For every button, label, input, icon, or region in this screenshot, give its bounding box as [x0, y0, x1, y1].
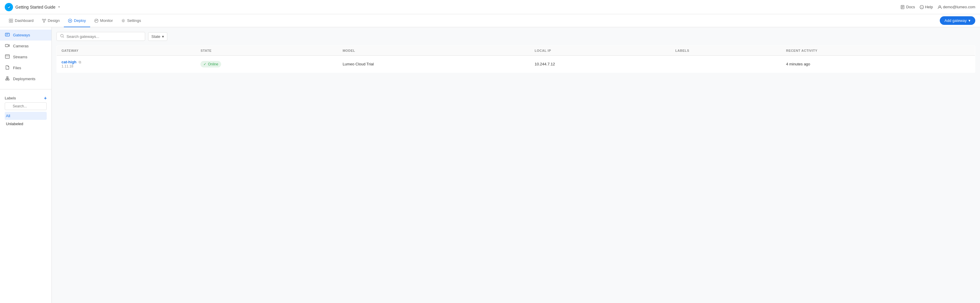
label-unlabeled-text: Unlabeled: [6, 121, 23, 126]
tab-dashboard-label: Dashboard: [15, 18, 34, 23]
tab-deploy[interactable]: Deploy: [64, 14, 90, 27]
app-title: Getting Started Guide: [15, 5, 55, 10]
docs-icon: [901, 5, 905, 9]
svg-rect-8: [9, 19, 11, 21]
col-gateway: GATEWAY: [57, 46, 196, 56]
svg-rect-29: [6, 79, 7, 80]
state-dropdown[interactable]: State ▾: [148, 32, 167, 41]
svg-rect-22: [5, 33, 10, 36]
tab-settings-label: Settings: [127, 18, 141, 23]
navtabs-left: Dashboard Design Deploy: [5, 14, 145, 27]
tab-design[interactable]: Design: [38, 14, 64, 27]
cell-model: Lumeo Cloud Trial: [338, 56, 530, 73]
svg-rect-27: [5, 55, 10, 58]
labels-add-button[interactable]: +: [44, 96, 47, 100]
tab-settings[interactable]: Settings: [117, 14, 145, 27]
dashboard-icon: [9, 19, 13, 23]
cameras-icon: [5, 43, 10, 49]
cell-labels: [670, 56, 781, 73]
svg-point-36: [60, 34, 63, 37]
topbar: Getting Started Guide ▾ Docs ? Help: [0, 0, 980, 14]
labels-search-input[interactable]: [5, 102, 47, 110]
label-item-unlabeled[interactable]: Unlabeled: [5, 120, 47, 128]
sidebar-cameras-label: Cameras: [13, 44, 29, 48]
svg-point-14: [43, 21, 45, 22]
topbar-right: Docs ? Help demo@lumeo.com: [901, 5, 975, 9]
tab-deploy-label: Deploy: [74, 18, 86, 23]
status-badge: ✓ Online: [200, 61, 221, 67]
status-text: Online: [208, 62, 218, 66]
sidebar-item-deployments[interactable]: Deployments: [0, 73, 51, 85]
search-box: [56, 32, 145, 41]
user-icon: [938, 5, 942, 9]
navtabs-right: Add gateway ▾: [940, 16, 975, 25]
docs-label: Docs: [906, 5, 915, 9]
sidebar-gateways-label: Gateways: [13, 33, 30, 37]
col-local-ip: LOCAL IP: [530, 46, 671, 56]
table-body: cat-high ⧉ 1.11.18 ✓ Online Lumeo Cloud …: [57, 56, 975, 73]
table-header: GATEWAY STATE MODEL LOCAL IP LABELS RECE…: [57, 46, 975, 56]
svg-line-37: [63, 37, 64, 38]
svg-text:?: ?: [921, 6, 923, 9]
add-gateway-button[interactable]: Add gateway ▾: [940, 16, 975, 25]
user-label: demo@lumeo.com: [943, 5, 975, 9]
gateways-icon: [5, 32, 10, 38]
sidebar-deployments-label: Deployments: [13, 77, 35, 81]
svg-rect-25: [5, 45, 8, 47]
svg-point-0: [7, 5, 11, 9]
sidebar-nav: Gateways Cameras Strea: [0, 27, 51, 87]
svg-rect-30: [8, 79, 9, 80]
monitor-icon: [94, 19, 99, 23]
label-all-text: All: [6, 113, 10, 118]
docs-link[interactable]: Docs: [901, 5, 915, 9]
help-label: Help: [925, 5, 933, 9]
sidebar-item-cameras[interactable]: Cameras: [0, 40, 51, 51]
labels-search-wrapper: 🔍: [5, 102, 47, 110]
add-gateway-chevron-icon: ▾: [969, 18, 970, 23]
cell-local-ip: 10.244.7.12: [530, 56, 671, 73]
svg-point-21: [123, 20, 124, 21]
labels-header: Labels +: [5, 94, 47, 102]
files-icon: [5, 65, 10, 71]
cell-gateway: cat-high ⧉ 1.11.18: [57, 56, 196, 73]
svg-rect-10: [9, 21, 11, 22]
main-layout: Gateways Cameras Strea: [0, 27, 980, 303]
user-menu[interactable]: demo@lumeo.com: [938, 5, 975, 9]
deployments-icon: [5, 76, 10, 82]
nav-tabs: Dashboard Design Deploy: [0, 14, 980, 27]
tab-monitor[interactable]: Monitor: [90, 14, 117, 27]
title-chevron-icon[interactable]: ▾: [58, 5, 60, 9]
search-icon: [60, 34, 64, 39]
gateway-version: 1.11.18: [62, 64, 191, 69]
sidebar-item-gateways[interactable]: Gateways: [0, 30, 51, 40]
deploy-icon: [68, 19, 72, 23]
cell-recent-activity: 4 minutes ago: [781, 56, 975, 73]
cell-state: ✓ Online: [196, 56, 337, 73]
col-recent-activity: RECENT ACTIVITY: [781, 46, 975, 56]
table-row: cat-high ⧉ 1.11.18 ✓ Online Lumeo Cloud …: [57, 56, 975, 73]
col-state: STATE: [196, 46, 337, 56]
sidebar-item-files[interactable]: Files: [0, 62, 51, 73]
svg-line-17: [45, 20, 45, 21]
content-toolbar: State ▾: [56, 32, 975, 41]
tab-dashboard[interactable]: Dashboard: [5, 14, 38, 27]
status-check-icon: ✓: [204, 62, 206, 66]
help-link[interactable]: ? Help: [920, 5, 933, 9]
sidebar-files-label: Files: [13, 66, 21, 70]
tab-design-label: Design: [48, 18, 60, 23]
streams-icon: [5, 54, 10, 60]
gateway-name[interactable]: cat-high: [62, 60, 76, 64]
sidebar-divider: [0, 89, 51, 89]
sidebar-item-streams[interactable]: Streams: [0, 51, 51, 62]
svg-point-19: [70, 20, 71, 21]
copy-icon[interactable]: ⧉: [79, 60, 81, 64]
state-chevron-icon: ▾: [162, 34, 164, 39]
svg-line-16: [43, 20, 44, 21]
col-labels: LABELS: [670, 46, 781, 56]
topbar-left: Getting Started Guide ▾: [5, 3, 60, 11]
help-icon: ?: [920, 5, 924, 9]
svg-rect-11: [11, 21, 13, 22]
sidebar-streams-label: Streams: [13, 55, 27, 59]
label-item-all[interactable]: All: [5, 112, 47, 120]
search-gateways-input[interactable]: [67, 34, 141, 39]
